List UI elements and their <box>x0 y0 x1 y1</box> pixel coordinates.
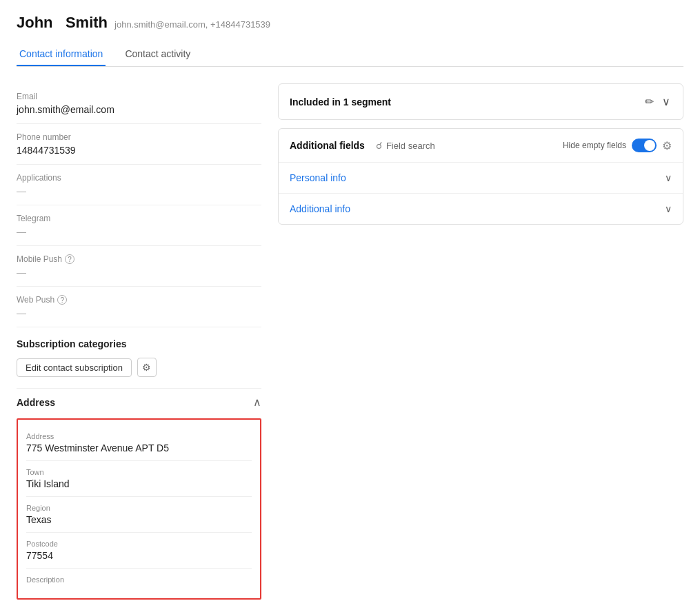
personal-info-chevron-icon: ∨ <box>665 172 672 183</box>
region-value: Texas <box>26 514 252 525</box>
first-name: John <box>17 14 53 31</box>
personal-info-label: Personal info <box>290 172 346 183</box>
additional-fields-header: Additional fields ☌ Field search Hide em… <box>279 129 683 163</box>
mobile-push-value: — <box>17 267 261 278</box>
right-panel: Included in 1 segment ✏ ∨ Additional fie… <box>278 83 683 225</box>
search-icon: ☌ <box>376 140 382 151</box>
address-fields-box: Address 775 Westminster Avenue APT D5 To… <box>17 418 261 600</box>
additional-fields-card: Additional fields ☌ Field search Hide em… <box>278 128 683 225</box>
tabs-bar: Contact information Contact activity <box>17 43 683 67</box>
description-field-row: Description <box>26 569 252 593</box>
region-field-row: Region Texas <box>26 497 252 533</box>
tab-contact-information[interactable]: Contact information <box>17 43 106 66</box>
subscription-gear-button[interactable]: ⚙ <box>137 358 157 377</box>
tab-contact-activity[interactable]: Contact activity <box>122 43 193 66</box>
email-value: john.smith@email.com <box>17 104 261 115</box>
phone-value: 14844731539 <box>17 145 261 156</box>
last-name: Smith <box>66 14 108 31</box>
accordion-additional-info: Additional info ∨ <box>279 194 683 224</box>
accordion-additional-info-header[interactable]: Additional info ∨ <box>279 194 683 224</box>
web-push-field-row: Web Push ? — <box>17 287 261 327</box>
hide-empty-toggle[interactable] <box>632 139 657 152</box>
mobile-push-label: Mobile Push ? <box>17 254 261 264</box>
web-push-label: Web Push ? <box>17 295 261 305</box>
telegram-label: Telegram <box>17 214 261 223</box>
town-value: Tiki Island <box>26 478 252 489</box>
postcode-value: 77554 <box>26 550 252 561</box>
contact-header: John Smith john.smith@email.com, +148447… <box>17 14 683 32</box>
address-field-label: Address <box>26 432 252 440</box>
mobile-push-field-row: Mobile Push ? — <box>17 246 261 287</box>
additional-info-chevron-icon: ∨ <box>665 203 672 214</box>
telegram-value: — <box>17 226 261 237</box>
address-field-value: 775 Westminster Avenue APT D5 <box>26 442 252 453</box>
town-field-row: Town Tiki Island <box>26 461 252 497</box>
hide-empty-label: Hide empty fields <box>563 141 626 150</box>
description-label: Description <box>26 575 252 584</box>
town-label: Town <box>26 468 252 476</box>
subscription-actions: Edit contact subscription ⚙ <box>17 358 261 377</box>
contact-name: John Smith <box>17 14 108 32</box>
email-field-row: Email john.smith@email.com <box>17 83 261 124</box>
phone-field-row: Phone number 14844731539 <box>17 124 261 165</box>
postcode-label: Postcode <box>26 540 252 548</box>
additional-info-label: Additional info <box>290 203 350 214</box>
address-title: Address <box>17 397 55 408</box>
hide-empty-container: Hide empty fields ⚙ <box>563 139 672 152</box>
subscription-title: Subscription categories <box>17 338 261 349</box>
chevron-down-icon: ∨ <box>662 96 670 108</box>
settings-icon[interactable]: ⚙ <box>662 139 672 152</box>
address-field-row: Address 775 Westminster Avenue APT D5 <box>26 425 252 461</box>
contact-meta: john.smith@email.com, +14844731539 <box>114 19 270 30</box>
applications-value: — <box>17 185 261 196</box>
phone-label: Phone number <box>17 132 261 142</box>
web-push-help-icon[interactable]: ? <box>57 295 67 305</box>
segment-actions: ✏ ∨ <box>643 94 672 110</box>
applications-field-row: Applications — <box>17 165 261 205</box>
field-search-container[interactable]: ☌ Field search <box>376 140 435 151</box>
region-label: Region <box>26 504 252 512</box>
left-panel: Email john.smith@email.com Phone number … <box>17 83 261 600</box>
edit-subscription-button[interactable]: Edit contact subscription <box>17 358 132 377</box>
mobile-push-help-icon[interactable]: ? <box>65 254 74 264</box>
main-layout: Email john.smith@email.com Phone number … <box>17 83 683 600</box>
edit-icon: ✏ <box>645 96 654 108</box>
postcode-field-row: Postcode 77554 <box>26 533 252 569</box>
gear-icon: ⚙ <box>142 362 151 373</box>
address-header: Address ∧ <box>17 388 261 416</box>
telegram-field-row: Telegram — <box>17 205 261 246</box>
applications-label: Applications <box>17 173 261 183</box>
email-label: Email <box>17 92 261 101</box>
address-section: Address ∧ Address 775 Westminster Avenue… <box>17 382 261 600</box>
segment-label: Included in 1 segment <box>290 96 391 108</box>
additional-fields-title: Additional fields <box>290 140 365 151</box>
address-chevron-icon[interactable]: ∧ <box>253 396 261 409</box>
accordion-personal-info-header[interactable]: Personal info ∨ <box>279 163 683 193</box>
segment-chevron-button[interactable]: ∨ <box>661 94 672 110</box>
segment-card: Included in 1 segment ✏ ∨ <box>278 83 683 120</box>
accordion-personal-info: Personal info ∨ <box>279 163 683 194</box>
field-search-label[interactable]: Field search <box>386 141 435 151</box>
subscription-section: Subscription categories Edit contact sub… <box>17 327 261 382</box>
web-push-value: — <box>17 307 261 318</box>
segment-edit-button[interactable]: ✏ <box>643 94 655 110</box>
